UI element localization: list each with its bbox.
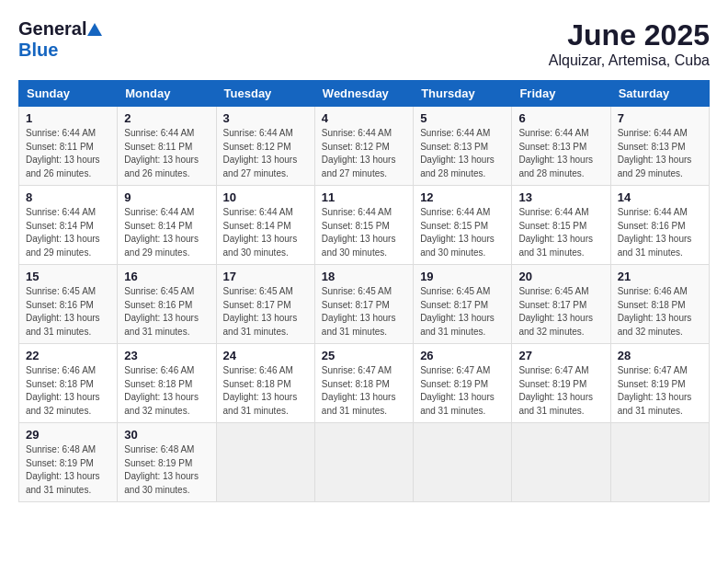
calendar-title: June 2025 [549,18,710,52]
col-wednesday: Wednesday [314,81,413,107]
day-info: Sunrise: 6:44 AM Sunset: 8:12 PM Dayligh… [322,127,406,180]
calendar-day-cell [610,423,709,502]
calendar-day-cell: 16Sunrise: 6:45 AM Sunset: 8:16 PM Dayli… [118,265,216,344]
calendar-day-cell: 11Sunrise: 6:44 AM Sunset: 8:15 PM Dayli… [314,186,413,265]
page-header: General Blue June 2025 Alquizar, Artemis… [18,18,710,69]
calendar-day-cell: 8Sunrise: 6:44 AM Sunset: 8:14 PM Daylig… [19,186,118,265]
day-info: Sunrise: 6:45 AM Sunset: 8:17 PM Dayligh… [420,285,505,339]
calendar-day-cell: 18Sunrise: 6:45 AM Sunset: 8:17 PM Dayli… [314,265,413,344]
day-info: Sunrise: 6:47 AM Sunset: 8:19 PM Dayligh… [618,364,702,418]
calendar-day-cell: 10Sunrise: 6:44 AM Sunset: 8:14 PM Dayli… [216,186,314,265]
calendar-day-cell: 30Sunrise: 6:48 AM Sunset: 8:19 PM Dayli… [118,423,216,502]
calendar-day-cell: 26Sunrise: 6:47 AM Sunset: 8:19 PM Dayli… [414,344,512,423]
day-info: Sunrise: 6:46 AM Sunset: 8:18 PM Dayligh… [26,364,110,418]
day-number: 18 [322,270,406,283]
calendar-week-row: 29Sunrise: 6:48 AM Sunset: 8:19 PM Dayli… [19,423,710,502]
calendar-day-cell: 12Sunrise: 6:44 AM Sunset: 8:15 PM Dayli… [414,186,512,265]
day-number: 17 [223,270,308,283]
day-number: 25 [322,349,406,362]
calendar-day-cell [314,423,413,502]
calendar-table: Sunday Monday Tuesday Wednesday Thursday… [18,80,710,502]
day-info: Sunrise: 6:48 AM Sunset: 8:19 PM Dayligh… [124,443,209,497]
day-number: 26 [420,349,505,362]
day-info: Sunrise: 6:45 AM Sunset: 8:17 PM Dayligh… [322,285,406,339]
day-info: Sunrise: 6:47 AM Sunset: 8:18 PM Dayligh… [322,364,406,418]
col-friday: Friday [512,81,610,107]
day-number: 11 [322,190,406,204]
calendar-day-cell: 24Sunrise: 6:46 AM Sunset: 8:18 PM Dayli… [216,344,314,423]
day-number: 1 [26,111,110,125]
day-info: Sunrise: 6:44 AM Sunset: 8:14 PM Dayligh… [26,206,110,259]
calendar-day-cell: 28Sunrise: 6:47 AM Sunset: 8:19 PM Dayli… [610,344,709,423]
day-info: Sunrise: 6:44 AM Sunset: 8:16 PM Dayligh… [618,206,702,259]
day-info: Sunrise: 6:44 AM Sunset: 8:11 PM Dayligh… [124,127,209,180]
day-number: 5 [420,111,505,125]
day-info: Sunrise: 6:44 AM Sunset: 8:11 PM Dayligh… [26,127,110,180]
day-info: Sunrise: 6:44 AM Sunset: 8:15 PM Dayligh… [322,206,406,259]
logo-blue: Blue [18,40,58,61]
col-sunday: Sunday [19,81,118,107]
calendar-day-cell: 7Sunrise: 6:44 AM Sunset: 8:13 PM Daylig… [610,107,709,186]
calendar-header-row: Sunday Monday Tuesday Wednesday Thursday… [19,81,710,107]
logo: General Blue [18,18,105,61]
day-info: Sunrise: 6:44 AM Sunset: 8:13 PM Dayligh… [618,127,702,180]
day-number: 13 [518,190,603,204]
calendar-day-cell: 4Sunrise: 6:44 AM Sunset: 8:12 PM Daylig… [314,107,413,186]
calendar-day-cell [216,423,314,502]
calendar-day-cell: 1Sunrise: 6:44 AM Sunset: 8:11 PM Daylig… [19,107,118,186]
day-number: 19 [420,270,505,283]
day-number: 8 [26,190,110,204]
calendar-day-cell [512,423,610,502]
calendar-day-cell: 2Sunrise: 6:44 AM Sunset: 8:11 PM Daylig… [118,107,216,186]
title-block: June 2025 Alquizar, Artemisa, Cuba [549,18,710,69]
calendar-week-row: 15Sunrise: 6:45 AM Sunset: 8:16 PM Dayli… [19,265,710,344]
calendar-day-cell: 3Sunrise: 6:44 AM Sunset: 8:12 PM Daylig… [216,107,314,186]
day-number: 6 [518,111,603,125]
calendar-day-cell: 14Sunrise: 6:44 AM Sunset: 8:16 PM Dayli… [610,186,709,265]
col-saturday: Saturday [610,81,709,107]
day-number: 10 [223,190,308,204]
day-info: Sunrise: 6:47 AM Sunset: 8:19 PM Dayligh… [518,364,603,418]
calendar-day-cell: 25Sunrise: 6:47 AM Sunset: 8:18 PM Dayli… [314,344,413,423]
calendar-day-cell: 29Sunrise: 6:48 AM Sunset: 8:19 PM Dayli… [19,423,118,502]
day-number: 30 [124,428,209,442]
svg-marker-0 [87,23,102,36]
logo-icon [86,21,103,38]
calendar-day-cell [414,423,512,502]
day-info: Sunrise: 6:44 AM Sunset: 8:14 PM Dayligh… [124,206,209,259]
calendar-week-row: 1Sunrise: 6:44 AM Sunset: 8:11 PM Daylig… [19,107,710,186]
day-number: 3 [223,111,308,125]
col-monday: Monday [118,81,216,107]
day-number: 29 [26,428,110,442]
calendar-week-row: 22Sunrise: 6:46 AM Sunset: 8:18 PM Dayli… [19,344,710,423]
col-thursday: Thursday [414,81,512,107]
day-number: 15 [26,270,110,283]
day-number: 22 [26,349,110,362]
day-number: 4 [322,111,406,125]
day-number: 28 [618,349,702,362]
day-info: Sunrise: 6:44 AM Sunset: 8:15 PM Dayligh… [518,206,603,259]
calendar-day-cell: 13Sunrise: 6:44 AM Sunset: 8:15 PM Dayli… [512,186,610,265]
day-info: Sunrise: 6:46 AM Sunset: 8:18 PM Dayligh… [223,364,308,418]
day-number: 2 [124,111,209,125]
day-number: 12 [420,190,505,204]
day-number: 23 [124,349,209,362]
col-tuesday: Tuesday [216,81,314,107]
day-number: 7 [618,111,702,125]
calendar-week-row: 8Sunrise: 6:44 AM Sunset: 8:14 PM Daylig… [19,186,710,265]
day-info: Sunrise: 6:45 AM Sunset: 8:16 PM Dayligh… [124,285,209,339]
calendar-day-cell: 19Sunrise: 6:45 AM Sunset: 8:17 PM Dayli… [414,265,512,344]
day-info: Sunrise: 6:46 AM Sunset: 8:18 PM Dayligh… [618,285,702,339]
day-info: Sunrise: 6:48 AM Sunset: 8:19 PM Dayligh… [26,443,110,497]
day-info: Sunrise: 6:45 AM Sunset: 8:16 PM Dayligh… [26,285,110,339]
calendar-day-cell: 27Sunrise: 6:47 AM Sunset: 8:19 PM Dayli… [512,344,610,423]
logo-general: General [18,18,86,40]
calendar-day-cell: 22Sunrise: 6:46 AM Sunset: 8:18 PM Dayli… [19,344,118,423]
day-info: Sunrise: 6:44 AM Sunset: 8:13 PM Dayligh… [420,127,505,180]
day-number: 9 [124,190,209,204]
calendar-subtitle: Alquizar, Artemisa, Cuba [549,52,710,69]
calendar-day-cell: 17Sunrise: 6:45 AM Sunset: 8:17 PM Dayli… [216,265,314,344]
day-info: Sunrise: 6:44 AM Sunset: 8:15 PM Dayligh… [420,206,505,259]
day-info: Sunrise: 6:44 AM Sunset: 8:12 PM Dayligh… [223,127,308,180]
day-info: Sunrise: 6:44 AM Sunset: 8:13 PM Dayligh… [518,127,603,180]
